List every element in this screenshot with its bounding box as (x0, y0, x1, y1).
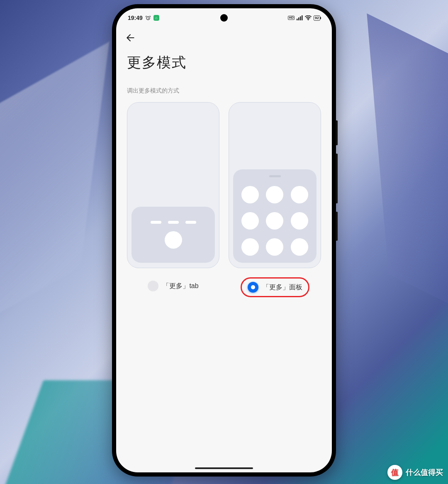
radio-panel[interactable]: 「更多」面板 (241, 277, 309, 297)
status-time: 19:49 (128, 15, 143, 21)
wifi-icon (305, 15, 312, 20)
radio-icon (148, 281, 158, 291)
preview-tab-mode[interactable] (127, 102, 219, 268)
radio-label-tab: 「更多」tab (163, 282, 198, 291)
watermark-text: 什么值得买 (406, 467, 443, 477)
alarm-icon (145, 15, 151, 21)
battery-indicator: 92 (314, 15, 320, 21)
preview-panel-mode[interactable] (229, 102, 321, 268)
svg-rect-1 (297, 19, 298, 20)
svg-point-5 (308, 19, 309, 20)
watermark-badge: 值 (387, 465, 402, 480)
section-subtitle: 调出更多模式的方式 (116, 75, 332, 102)
screen: 19:49 ⌂ HD 92 更多模式 调 (116, 8, 332, 472)
camera-notch (220, 14, 228, 22)
radio-label-panel: 「更多」面板 (263, 283, 302, 292)
radio-icon-selected (248, 282, 258, 293)
option-panel[interactable]: 「更多」面板 (229, 102, 321, 297)
back-button[interactable] (125, 32, 138, 44)
home-indicator[interactable] (195, 467, 253, 469)
page-title: 更多模式 (116, 44, 332, 75)
option-tab[interactable]: 「更多」tab (127, 102, 219, 297)
svg-rect-3 (300, 17, 301, 21)
signal-icon (297, 15, 303, 20)
radio-tab[interactable]: 「更多」tab (142, 277, 204, 295)
svg-rect-4 (302, 15, 303, 20)
hd-icon: HD (288, 16, 295, 20)
phone-frame: 19:49 ⌂ HD 92 更多模式 调 (112, 4, 336, 477)
mi-home-icon: ⌂ (153, 15, 159, 21)
svg-rect-2 (298, 17, 299, 20)
watermark: 值 什么值得买 (387, 465, 443, 480)
